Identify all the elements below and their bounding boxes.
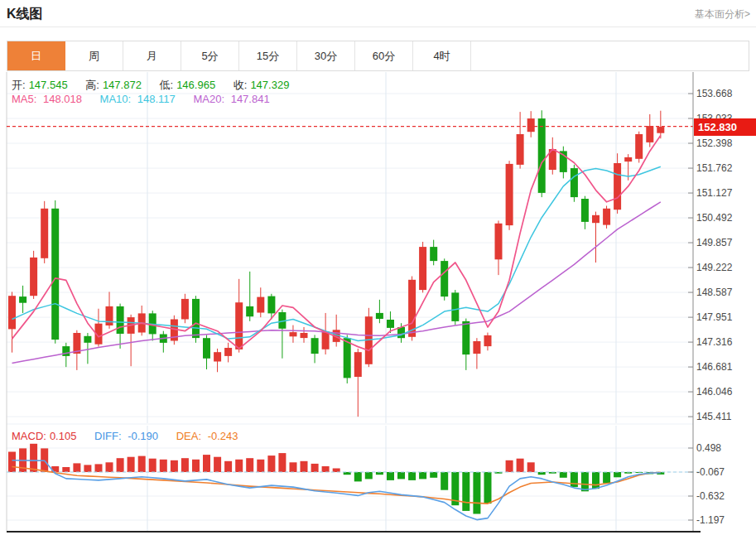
high-value: 147.872 <box>103 79 142 91</box>
close-value: 147.329 <box>250 79 289 91</box>
fundamental-analysis-link[interactable]: 基本面分析> <box>695 7 750 22</box>
svg-text:-1.197: -1.197 <box>696 514 725 526</box>
period-tabbar: 日 周 月 5分 15分 30分 60分 4时 <box>7 41 749 71</box>
ma5-value: 148.018 <box>43 93 82 105</box>
svg-text:152.398: 152.398 <box>696 137 733 149</box>
tab-15min[interactable]: 15分 <box>239 41 297 70</box>
ohlc-readout: 开:147.545 高:147.872 低:146.965 收:147.329 <box>12 78 304 93</box>
tab-month[interactable]: 月 <box>123 41 181 70</box>
svg-text:147.316: 147.316 <box>696 336 733 348</box>
svg-text:0.498: 0.498 <box>696 442 721 454</box>
tab-30min[interactable]: 30分 <box>297 41 355 70</box>
close-label: 收: <box>234 79 248 91</box>
macd-readout: MACD:0.105 DIFF: -0.190 DEA: -0.243 <box>12 430 253 442</box>
macd-pane <box>7 444 700 520</box>
svg-text:-0.632: -0.632 <box>696 490 725 502</box>
svg-text:-0.067: -0.067 <box>696 466 725 478</box>
ma-readout: MA5: 148.018 MA10: 148.117 MA20: 147.841 <box>12 93 285 105</box>
macd-value: 0.105 <box>50 430 77 442</box>
svg-text:148.587: 148.587 <box>696 287 733 298</box>
dea-value: -0.243 <box>208 430 238 442</box>
open-label: 开: <box>12 79 26 91</box>
ma20-value: 147.841 <box>231 93 270 105</box>
tab-day[interactable]: 日 <box>7 41 65 70</box>
low-value: 146.965 <box>176 79 215 91</box>
svg-text:149.857: 149.857 <box>696 237 733 248</box>
tab-4hour[interactable]: 4时 <box>413 41 471 70</box>
dea-label: DEA: <box>176 430 201 442</box>
diff-label: DIFF: <box>94 430 122 442</box>
tab-5min[interactable]: 5分 <box>181 41 239 70</box>
svg-text:146.681: 146.681 <box>696 361 733 373</box>
svg-text:151.762: 151.762 <box>696 162 733 174</box>
page-header: K线图 基本面分析> <box>0 0 756 27</box>
low-label: 低: <box>160 79 174 91</box>
svg-text:147.951: 147.951 <box>696 311 733 323</box>
svg-text:146.046: 146.046 <box>696 386 733 398</box>
ma10-value: 148.117 <box>137 93 176 105</box>
high-label: 高: <box>85 79 99 91</box>
macd-label: MACD: <box>12 430 46 442</box>
svg-text:149.222: 149.222 <box>696 262 733 273</box>
svg-text:150.492: 150.492 <box>696 212 733 224</box>
svg-text:151.127: 151.127 <box>696 187 733 199</box>
open-value: 147.545 <box>29 79 68 91</box>
ma5-label: MA5: <box>12 93 36 105</box>
tab-60min[interactable]: 60分 <box>355 41 413 70</box>
kline-app: K线图 基本面分析> 日 周 月 5分 15分 30分 60分 4时 开:147… <box>0 0 756 535</box>
last-price-badge: 152.830 <box>694 118 756 136</box>
ma20-label: MA20: <box>193 93 224 105</box>
ma10-label: MA10: <box>100 93 132 105</box>
svg-text:153.668: 153.668 <box>696 88 733 99</box>
axes: 153.668153.033152.398151.762151.127150.4… <box>7 72 733 532</box>
svg-text:145.411: 145.411 <box>696 411 732 422</box>
tab-week[interactable]: 周 <box>65 41 123 70</box>
page-title: K线图 <box>7 6 43 23</box>
diff-value: -0.190 <box>128 430 158 442</box>
